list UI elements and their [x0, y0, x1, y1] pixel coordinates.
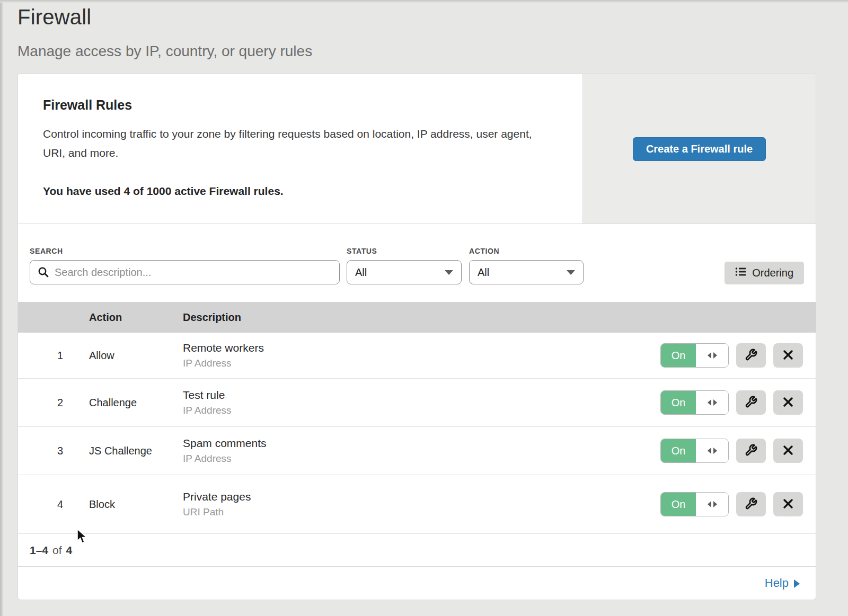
triangle-right-icon: [713, 448, 717, 454]
page-title: Firewall: [17, 5, 816, 29]
card-usage-summary: You have used 4 of 1000 active Firewall …: [43, 185, 551, 198]
toggle-drag-handle[interactable]: [696, 493, 728, 516]
filter-bar: SEARCH STATUS All: [18, 224, 816, 302]
delete-rule-button[interactable]: [773, 343, 803, 368]
table-row: 3 JS Challenge Spam comments IP Address …: [18, 427, 816, 475]
table-row: 4 Block Private pages URI Path On: [18, 475, 816, 534]
toggle-on-label: On: [661, 493, 696, 516]
triangle-right-icon: [713, 352, 717, 359]
help-link[interactable]: Help: [765, 576, 800, 590]
rule-action: Allow: [89, 350, 183, 362]
action-label: ACTION: [469, 247, 584, 255]
rule-controls: On: [660, 390, 803, 415]
toggle-drag-handle[interactable]: [696, 391, 728, 414]
close-icon: [782, 444, 794, 458]
arrow-right-icon: [794, 579, 800, 588]
rule-match-type: IP Address: [183, 453, 660, 465]
rules-table-body: 1 Allow Remote workers IP Address On: [18, 333, 816, 534]
column-header-action: Action: [89, 311, 183, 324]
rule-description-cell: Test rule IP Address: [183, 389, 660, 416]
status-label: STATUS: [347, 247, 462, 255]
rule-priority: 2: [18, 397, 89, 409]
delete-rule-button[interactable]: [773, 390, 803, 415]
rule-priority: 3: [18, 445, 89, 457]
rule-enabled-toggle[interactable]: On: [660, 343, 729, 368]
wrench-icon: [745, 349, 757, 363]
triangle-left-icon: [708, 501, 711, 507]
ordering-button-label: Ordering: [752, 267, 793, 279]
toggle-on-label: On: [661, 344, 696, 367]
search-label: SEARCH: [30, 247, 340, 255]
close-icon: [782, 498, 794, 511]
rule-match-type: URI Path: [183, 506, 660, 518]
edit-rule-button[interactable]: [736, 492, 766, 516]
search-input[interactable]: [30, 260, 340, 284]
triangle-left-icon: [708, 399, 711, 406]
close-icon: [782, 349, 794, 362]
table-row: 1 Allow Remote workers IP Address On: [18, 333, 816, 379]
page-header: Firewall Manage access by IP, country, o…: [17, 0, 816, 60]
rule-description: Spam comments: [183, 437, 660, 450]
toggle-on-label: On: [661, 391, 696, 414]
rule-description: Remote workers: [183, 342, 660, 354]
card-title: Firewall Rules: [43, 97, 551, 113]
card-description: Control incoming traffic to your zone by…: [43, 124, 544, 163]
triangle-left-icon: [708, 448, 711, 454]
status-group: STATUS All: [340, 247, 462, 284]
toggle-on-label: On: [661, 439, 696, 462]
rule-action: Block: [89, 498, 183, 511]
edit-rule-button[interactable]: [736, 439, 766, 463]
rule-enabled-toggle[interactable]: On: [660, 390, 729, 415]
chevron-down-icon: [445, 270, 453, 275]
delete-rule-button[interactable]: [773, 492, 803, 516]
window-left-edge: [0, 0, 3, 616]
pagination-of: of: [52, 544, 62, 557]
table-header: Action Description: [18, 302, 816, 333]
rule-description-cell: Remote workers IP Address: [183, 342, 660, 369]
toggle-drag-handle[interactable]: [696, 344, 728, 367]
page-subtitle: Manage access by IP, country, or query r…: [17, 43, 816, 60]
triangle-left-icon: [708, 352, 711, 359]
triangle-right-icon: [713, 399, 717, 406]
pagination-range: 1–4: [30, 544, 48, 557]
wrench-icon: [745, 444, 757, 458]
column-header-description: Description: [183, 311, 241, 324]
action-select[interactable]: All: [469, 260, 584, 284]
rule-priority: 4: [18, 498, 89, 511]
rule-action: Challenge: [89, 397, 183, 409]
edit-rule-button[interactable]: [736, 343, 766, 368]
firewall-rules-card-text: Firewall Rules Control incoming traffic …: [18, 74, 582, 224]
rule-controls: On: [660, 492, 803, 516]
card-action-panel: Create a Firewall rule: [582, 74, 816, 224]
create-firewall-rule-button[interactable]: Create a Firewall rule: [633, 137, 766, 161]
ordered-list-icon: [735, 266, 746, 280]
table-row: 2 Challenge Test rule IP Address On: [18, 379, 816, 427]
toggle-drag-handle[interactable]: [696, 439, 728, 462]
search-field-wrap: [30, 260, 340, 284]
rule-enabled-toggle[interactable]: On: [660, 492, 729, 516]
rules-panel: SEARCH STATUS All: [17, 224, 816, 600]
wrench-icon: [745, 396, 757, 410]
rule-description: Test rule: [183, 389, 660, 401]
delete-rule-button[interactable]: [773, 439, 803, 463]
action-selected-value: All: [478, 266, 489, 279]
edit-rule-button[interactable]: [736, 390, 766, 415]
ordering-button[interactable]: Ordering: [725, 262, 804, 284]
status-selected-value: All: [355, 266, 367, 279]
rule-controls: On: [660, 439, 803, 463]
chevron-down-icon: [567, 270, 575, 275]
search-icon: [38, 266, 49, 280]
close-icon: [782, 396, 794, 409]
rule-priority: 1: [18, 350, 89, 362]
rule-action: JS Challenge: [89, 445, 183, 457]
wrench-icon: [745, 497, 757, 512]
panel-footer: Help: [18, 566, 816, 600]
rule-match-type: IP Address: [183, 405, 660, 416]
rule-description: Private pages: [183, 490, 660, 503]
pagination-total: 4: [66, 544, 73, 557]
help-link-label: Help: [765, 576, 789, 590]
search-group: SEARCH: [30, 247, 340, 284]
rule-description-cell: Spam comments IP Address: [183, 437, 660, 465]
rule-enabled-toggle[interactable]: On: [660, 439, 729, 463]
status-select[interactable]: All: [347, 260, 462, 284]
